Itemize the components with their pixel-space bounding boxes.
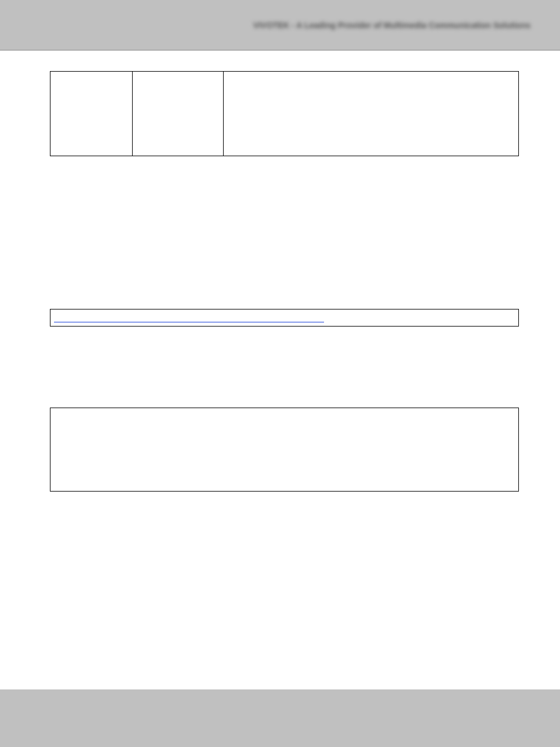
table-cell-3 [224,72,519,156]
hyperlink-underline[interactable] [54,322,324,322]
content-box [50,408,519,492]
page-footer [0,689,560,747]
table-row [50,72,519,156]
page-header: VIVOTEK - A Leading Provider of Multimed… [0,0,560,51]
data-table [50,71,519,156]
page-content [0,51,560,492]
link-container [50,309,519,327]
header-title: VIVOTEK - A Leading Provider of Multimed… [253,21,531,30]
table-cell-2 [133,72,224,156]
table-cell-1 [50,72,133,156]
